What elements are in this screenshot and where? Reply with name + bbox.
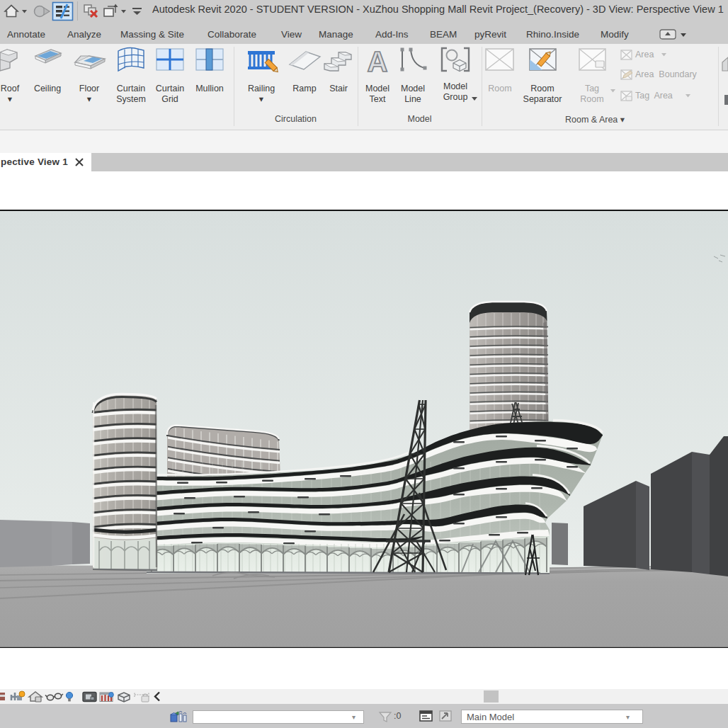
svg-text:A: A xyxy=(368,46,388,77)
